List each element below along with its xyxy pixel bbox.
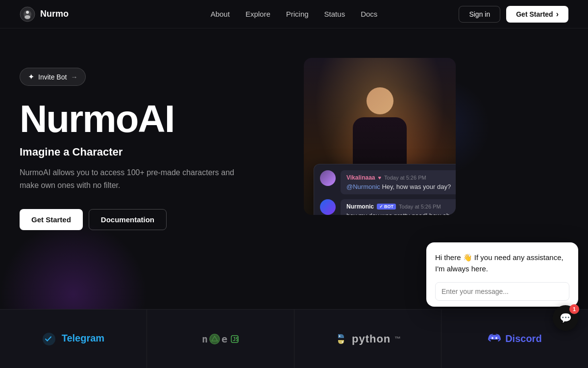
chat-widget-body: Hi there 👋 If you need any assistance, I… [426, 242, 578, 307]
chat-heart-icon: ♥ [378, 175, 382, 181]
nodejs-logo-text: n e JS [201, 332, 240, 346]
nav-explore[interactable]: Explore [245, 10, 270, 18]
svg-point-14 [495, 337, 497, 339]
verified-icon: ✓ [379, 204, 383, 209]
svg-text:JS: JS [233, 337, 239, 342]
sparkle-icon: ✦ [28, 72, 34, 81]
logo-python: python ™ [294, 309, 441, 368]
chat-fab-button[interactable]: 💬 1 [553, 305, 578, 331]
documentation-button[interactable]: Documentation [89, 209, 167, 230]
brand-logo-icon [20, 6, 35, 22]
navbar: Nurmo About Explore Pricing Status Docs … [0, 0, 588, 28]
invite-bot-button[interactable]: ✦ Invite Bot → [20, 68, 86, 86]
getstarted-nav-button[interactable]: Get Started › [506, 6, 568, 23]
chat-fab-icon: 💬 [560, 312, 572, 324]
bot-label: BOT [384, 204, 393, 209]
getstarted-nav-label: Get Started [516, 10, 553, 18]
logo-telegram: Telegram [0, 309, 147, 368]
svg-text:n: n [202, 333, 208, 345]
chat-username-2: Nurmonic [346, 203, 374, 210]
invite-bot-label: Invite Bot [38, 73, 67, 81]
brand-name: Nurmo [40, 9, 69, 19]
chat-text-1: @Nurmonic Hey, how was your day? [346, 183, 456, 190]
chat-widget-input[interactable] [435, 282, 569, 301]
telegram-logo-icon: Telegram [42, 332, 104, 346]
hero-right: Vikalinaaa ♥ Today at 5:26 PM @Nurmonic … [284, 58, 568, 244]
arrow-icon: › [556, 10, 559, 19]
python-logo-text: python ™ [334, 332, 401, 346]
chat-username-1: Vikalinaaa [346, 174, 375, 181]
nav-status[interactable]: Status [324, 10, 345, 18]
getstarted-main-button[interactable]: Get Started [20, 209, 83, 230]
nav-about[interactable]: About [211, 10, 230, 18]
chat-overlay: Vikalinaaa ♥ Today at 5:26 PM @Nurmonic … [314, 164, 456, 215]
svg-point-11 [339, 335, 340, 337]
hero-subtitle: Imagine a Character [20, 146, 284, 158]
chat-message-1: Vikalinaaa ♥ Today at 5:26 PM @Nurmonic … [320, 170, 456, 194]
chat-bubble-1: Vikalinaaa ♥ Today at 5:26 PM @Nurmonic … [341, 170, 456, 194]
chat-message-2: Nurmonic ✓ BOT Today at 5:26 PM hey my d… [320, 199, 456, 215]
chat-mention: @Nurmonic [346, 183, 380, 190]
invite-arrow-icon: → [71, 73, 77, 81]
navbar-links: About Explore Pricing Status Docs [211, 10, 378, 18]
svg-point-2 [26, 11, 29, 14]
chat-meta-2: Nurmonic ✓ BOT Today at 5:26 PM [346, 203, 456, 210]
chat-widget-greeting: Hi there 👋 If you need any assistance, I… [435, 252, 569, 274]
nav-docs[interactable]: Docs [361, 10, 377, 18]
svg-text:e: e [221, 333, 227, 345]
chat-text-2: hey my day was pretty good! how about yo… [346, 212, 456, 215]
chat-text-1-content: Hey, how was your day? [382, 183, 451, 190]
nav-pricing[interactable]: Pricing [286, 10, 309, 18]
brand: Nurmo [20, 6, 69, 22]
signin-button[interactable]: Sign in [459, 6, 500, 23]
svg-point-13 [491, 337, 493, 339]
hero-image-card: Vikalinaaa ♥ Today at 5:26 PM @Nurmonic … [304, 58, 456, 215]
hero-description: NurmoAI allows you to access 100+ pre-ma… [20, 166, 235, 191]
chat-avatar-1 [320, 170, 336, 186]
hero-title: NurmoAI [20, 100, 284, 138]
logo-nodejs: n e JS [147, 309, 294, 368]
hero-buttons: Get Started Documentation [20, 209, 284, 230]
chat-time-2: Today at 5:26 PM [399, 204, 441, 210]
logos-row: Telegram n e JS [0, 309, 588, 368]
bot-badge: ✓ BOT [377, 204, 396, 210]
chat-time-1: Today at 5:26 PM [384, 175, 426, 181]
svg-point-3 [24, 15, 30, 19]
hero-left: ✦ Invite Bot → NurmoAI Imagine a Charact… [20, 58, 284, 230]
navbar-actions: Sign in Get Started › [459, 6, 568, 23]
chat-widget: Hi there 👋 If you need any assistance, I… [426, 242, 578, 307]
chat-avatar-2 [320, 199, 336, 215]
chat-meta-1: Vikalinaaa ♥ Today at 5:26 PM [346, 174, 456, 181]
discord-logo-text: Discord [488, 333, 541, 344]
chat-bubble-2: Nurmonic ✓ BOT Today at 5:26 PM hey my d… [341, 199, 456, 215]
svg-point-12 [342, 341, 343, 342]
chat-fab-badge: 1 [569, 304, 579, 314]
